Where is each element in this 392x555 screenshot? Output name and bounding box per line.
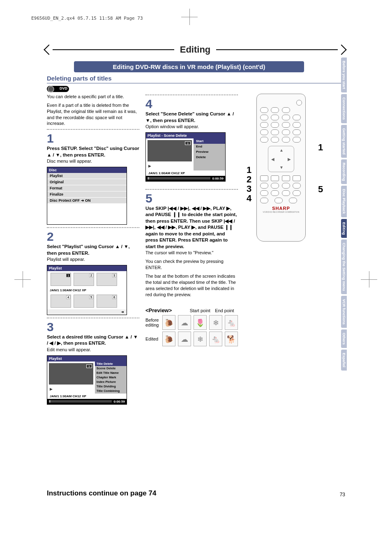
osd-disc-menu: Disc Playlist Original Format Finalize D… [47, 167, 127, 225]
page-title: Editing [174, 44, 217, 55]
osd-title: Playlist [49, 357, 62, 361]
remote-button [260, 115, 268, 120]
title-line [53, 49, 174, 50]
remote-button [282, 183, 290, 189]
step-note: The bar at the bottom of the screen indi… [145, 273, 238, 297]
step-instruction: Press SETUP. Select "Disc" using Cursor … [47, 145, 139, 158]
arrow-left-icon: ◀ [270, 157, 276, 162]
step-note: Edit menu will appear. [47, 347, 139, 353]
remote-button [293, 115, 301, 120]
remote-button [289, 198, 297, 203]
continue-note: Instructions continue on page 74 [47, 489, 156, 497]
film-frame: ☁ [178, 332, 191, 346]
subtitle-bar: Editing DVD-RW discs in VR mode (Playlis… [74, 61, 304, 72]
callout-right: 5 [318, 184, 323, 195]
play-icon: ▶ [49, 386, 93, 392]
section-heading: Deleting parts of titles [47, 75, 112, 82]
remote-button [271, 129, 279, 135]
step-number: 4 [145, 98, 238, 110]
film-frame: 🐁 [225, 315, 238, 330]
crop-mark-icon [14, 271, 31, 288]
osd-menu-item: Original [47, 179, 127, 185]
remote-button [282, 190, 290, 196]
osd-menu-item: Title Dividing [95, 384, 127, 389]
side-tab: VCR functions [341, 296, 347, 328]
remote-button [271, 190, 279, 196]
separator-dotted [145, 94, 238, 95]
arrow-up-icon: ▲ [279, 148, 284, 153]
osd-scene-delete: Playlist - Scene Delete 3 ▶ Start End Pr… [145, 132, 226, 182]
step-number: 1 [47, 132, 139, 145]
osd-title: Playlist [49, 266, 62, 270]
start-point-label: Start point [190, 308, 210, 313]
arrow-right-icon [336, 44, 346, 55]
remote-button [282, 122, 290, 128]
remote-button [271, 115, 279, 120]
after-label: Edited [145, 336, 160, 341]
separator-dotted [47, 129, 139, 130]
preview-label: <Preview> [145, 307, 172, 313]
remote-button [260, 175, 268, 181]
side-tab: Changing the Setting menu [341, 240, 347, 294]
preview-area: 3 [49, 363, 93, 385]
osd-menu-item: Preview [194, 149, 225, 154]
film-frame: ☁ [178, 315, 191, 330]
remote-button [271, 107, 279, 113]
osd-edit-menu: Playlist 3 ▶ Title Delete Scene Delete E… [47, 355, 127, 405]
film-frame: ❄ [194, 332, 207, 346]
side-tab: Recording [341, 159, 347, 184]
film-frame: ❄ [209, 315, 222, 330]
remote-button [260, 137, 268, 143]
side-tab-active: Editing [341, 219, 347, 238]
remote-button [296, 100, 302, 106]
crop-mark-icon [361, 271, 377, 288]
step-note: The cursor will move to "Preview." [145, 250, 238, 256]
osd-menu-item: Scene Delete [95, 366, 127, 371]
crop-mark-icon [181, 9, 198, 25]
osd-menu-item: Index Picture [95, 380, 127, 384]
film-frame: 🐕 [225, 332, 238, 346]
playlist-thumbnail: 1 [51, 273, 71, 286]
step-instruction: Select a desired title using Cursor ▲ / … [47, 334, 139, 347]
remote-control-diagram: ▲ ▼ ◀ ▶ SHARP VCR/DVD RECORDER COMBINATI… [256, 94, 310, 242]
step-instruction: Select "Scene Delete" using Cursor ▲ / ▼… [145, 111, 238, 124]
dvd-rw-vr-icon [47, 86, 69, 92]
remote-brand: SHARP [260, 206, 302, 211]
remote-button [282, 137, 290, 143]
progress-time: 0:00:59 [212, 177, 224, 180]
remote-model: VCR/DVD RECORDER COMBINATION [260, 211, 302, 213]
playlist-thumbnail: 4 [51, 295, 71, 308]
film-frame: 🐁 [209, 332, 222, 346]
osd-status: JAN/1 1:00AM CH12 XP [146, 170, 225, 176]
remote-button [282, 107, 290, 113]
side-tab: Others [341, 329, 347, 348]
remote-button [271, 137, 279, 143]
page-number: 73 [340, 492, 345, 497]
arrow-right-icon: ▶ [286, 157, 292, 162]
title-line [216, 49, 338, 50]
playlist-thumbnail: 5 [74, 295, 94, 308]
remote-dpad: ▲ ▼ ◀ ▶ [268, 146, 294, 172]
playlist-thumbnail: 6 [97, 295, 117, 308]
osd-menu-item: Start [194, 138, 225, 144]
osd-menu-item: Title Combining [95, 389, 127, 393]
step-number: 5 [145, 192, 238, 205]
remote-button [282, 175, 290, 181]
side-tab: Disc Playback [341, 186, 347, 217]
remote-button [282, 129, 290, 135]
separator-dotted [47, 227, 139, 228]
progress-bar [148, 177, 210, 180]
intro-text: Even if a part of a title is deleted fro… [47, 102, 139, 127]
column-right: 4 Select "Scene Delete" using Cursor ▲ /… [145, 92, 238, 346]
side-tab: Connections [341, 94, 347, 123]
remote-button [282, 115, 290, 120]
column-left: You can delete a specific part of a titl… [47, 94, 139, 405]
remote-button [293, 122, 301, 128]
step-note: You can check the preview by pressing EN… [145, 258, 238, 271]
osd-menu-item: Chapter Mark [95, 375, 127, 380]
osd-status: JAN/1 1:00AM CH12 XP [47, 288, 127, 293]
remote-button [293, 137, 301, 143]
side-tab: Getting started [341, 125, 347, 158]
callout-right: 1 [318, 142, 323, 153]
remote-button [260, 129, 268, 135]
